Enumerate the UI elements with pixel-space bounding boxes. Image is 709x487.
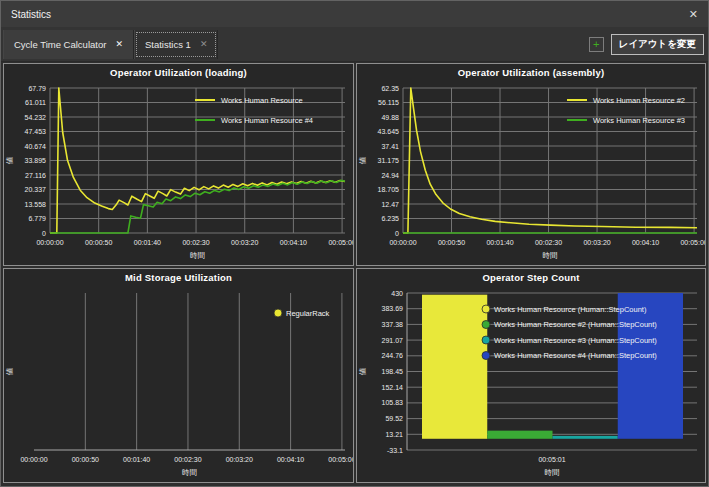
svg-text:値: 値 [5, 156, 14, 164]
svg-text:00:00:50: 00:00:50 [438, 239, 465, 246]
tab-cycle-time-calculator[interactable]: Cycle Time Calculator ✕ [3, 30, 134, 59]
svg-text:00:04:10: 00:04:10 [277, 456, 304, 463]
chart-svg: 430383.69337.38291.07244.76198.45152.141… [357, 286, 705, 482]
panel-operator-step-count: Operator Step Count 430383.69337.38291.0… [356, 268, 706, 483]
plus-icon: + [593, 39, 599, 50]
svg-text:Works Human Resource #4 (Human: Works Human Resource #4 (Human::StepCoun… [494, 351, 657, 360]
svg-text:00:05:00: 00:05:00 [680, 239, 705, 246]
svg-text:67.79: 67.79 [28, 85, 46, 92]
svg-text:198.45: 198.45 [382, 368, 404, 375]
panel-operator-utilization-assembly: Operator Utilization (assembly) 62.3556.… [356, 63, 706, 266]
svg-text:00:00:50: 00:00:50 [85, 239, 112, 246]
svg-text:Works Human Resource (Human::S: Works Human Resource (Human::StepCount) [494, 305, 647, 314]
svg-text:00:02:30: 00:02:30 [182, 239, 209, 246]
tab-bar: Cycle Time Calculator ✕ Statistics 1 ✕ +… [1, 27, 708, 62]
svg-text:6.235: 6.235 [381, 215, 399, 222]
svg-text:00:00:00: 00:00:00 [20, 456, 47, 463]
svg-text:00:05:00: 00:05:00 [328, 239, 353, 246]
tab-close-icon[interactable]: ✕ [115, 39, 123, 49]
svg-text:56.115: 56.115 [378, 99, 399, 106]
svg-text:37.41: 37.41 [381, 143, 399, 150]
svg-text:値: 値 [358, 367, 367, 375]
svg-text:291.07: 291.07 [382, 337, 404, 344]
svg-text:Works Human Resource #3: Works Human Resource #3 [593, 116, 685, 125]
svg-text:00:01:40: 00:01:40 [486, 239, 513, 246]
svg-text:24.94: 24.94 [381, 172, 399, 179]
svg-text:18.705: 18.705 [378, 186, 400, 193]
svg-text:Works Human Resource #3 (Human: Works Human Resource #3 (Human::StepCoun… [494, 336, 657, 345]
svg-text:Works Human Resource: Works Human Resource [221, 96, 303, 105]
svg-text:00:02:30: 00:02:30 [535, 239, 562, 246]
svg-text:61.011: 61.011 [25, 99, 46, 106]
window-close-icon[interactable]: ✕ [689, 9, 698, 20]
svg-text:00:00:00: 00:00:00 [389, 239, 416, 246]
svg-text:Works Human Resource #4: Works Human Resource #4 [221, 116, 313, 125]
chart-operator-utilization-loading: 67.7961.01154.23247.45340.67433.89527.11… [4, 81, 353, 265]
svg-text:0: 0 [42, 230, 46, 237]
svg-text:13.558: 13.558 [25, 201, 47, 208]
svg-text:20.337: 20.337 [25, 186, 47, 193]
svg-text:244.76: 244.76 [382, 352, 404, 359]
svg-text:47.453: 47.453 [25, 128, 47, 135]
svg-text:時間: 時間 [545, 468, 560, 477]
svg-text:62.35: 62.35 [381, 85, 399, 92]
svg-text:00:03:20: 00:03:20 [226, 456, 253, 463]
svg-text:33.895: 33.895 [25, 157, 47, 164]
svg-text:時間: 時間 [543, 251, 558, 260]
svg-text:00:04:10: 00:04:10 [280, 239, 307, 246]
svg-text:00:02:30: 00:02:30 [174, 456, 201, 463]
svg-text:43.645: 43.645 [378, 128, 400, 135]
svg-text:00:00:00: 00:00:00 [36, 239, 63, 246]
svg-text:430: 430 [391, 290, 403, 297]
svg-text:6.779: 6.779 [28, 215, 46, 222]
svg-text:27.116: 27.116 [25, 172, 46, 179]
svg-text:時間: 時間 [182, 468, 197, 477]
svg-text:54.232: 54.232 [25, 114, 47, 121]
svg-text:00:01:40: 00:01:40 [123, 456, 150, 463]
chart-svg: 00:00:0000:00:5000:01:4000:02:3000:03:20… [4, 286, 353, 482]
svg-text:-33.1: -33.1 [387, 447, 403, 454]
svg-text:40.674: 40.674 [25, 143, 47, 150]
tab-statistics-1[interactable]: Statistics 1 ✕ [134, 30, 218, 59]
chart-title: Operator Utilization (loading) [4, 64, 353, 81]
svg-text:00:01:40: 00:01:40 [134, 239, 161, 246]
svg-text:Works Human Resource #2 (Human: Works Human Resource #2 (Human::StepCoun… [494, 320, 657, 329]
add-statistics-button[interactable]: + [589, 37, 604, 52]
tab-close-icon[interactable]: ✕ [200, 39, 208, 49]
change-layout-button[interactable]: レイアウトを変更 [611, 34, 704, 55]
chart-svg: 67.7961.01154.23247.45340.67433.89527.11… [4, 81, 353, 265]
svg-text:Works Human Resource #2: Works Human Resource #2 [593, 96, 685, 105]
svg-text:00:00:50: 00:00:50 [72, 456, 99, 463]
title-bar: Statistics ✕ [1, 1, 708, 27]
svg-text:00:04:10: 00:04:10 [632, 239, 659, 246]
svg-text:00:03:20: 00:03:20 [583, 239, 610, 246]
svg-text:00:05:01: 00:05:01 [538, 456, 565, 463]
svg-text:値: 値 [5, 367, 14, 375]
tab-label: Cycle Time Calculator [14, 39, 106, 50]
svg-text:105.83: 105.83 [382, 399, 404, 406]
panel-operator-utilization-loading: Operator Utilization (loading) 67.7961.0… [3, 63, 354, 266]
chart-title: Mid Storage Utilization [4, 269, 353, 286]
svg-text:00:03:20: 00:03:20 [231, 239, 258, 246]
svg-text:59.52: 59.52 [385, 415, 403, 422]
tab-label: Statistics 1 [145, 39, 191, 50]
svg-text:0: 0 [395, 230, 399, 237]
svg-text:49.88: 49.88 [381, 114, 399, 121]
chart-title: Operator Step Count [357, 269, 705, 286]
svg-text:31.175: 31.175 [378, 157, 400, 164]
svg-text:値: 値 [358, 156, 367, 164]
chart-operator-step-count: 430383.69337.38291.07244.76198.45152.141… [357, 286, 705, 482]
svg-text:152.14: 152.14 [382, 384, 404, 391]
svg-text:383.69: 383.69 [382, 305, 404, 312]
svg-text:12.47: 12.47 [381, 201, 399, 208]
statistics-window: { "window": { "title": "Statistics", "cl… [0, 0, 709, 487]
svg-text:時間: 時間 [190, 251, 205, 260]
panel-mid-storage-utilization: Mid Storage Utilization 00:00:0000:00:50… [3, 268, 354, 483]
svg-text:337.38: 337.38 [382, 321, 404, 328]
chart-svg: 62.3556.11549.8843.64537.4131.17524.9418… [357, 81, 705, 265]
chart-grid: Operator Utilization (loading) 67.7961.0… [3, 63, 706, 483]
svg-text:RegularRack: RegularRack [286, 309, 330, 318]
chart-mid-storage-utilization: 00:00:0000:00:5000:01:4000:02:3000:03:20… [4, 286, 353, 482]
svg-text:00:05:00: 00:05:00 [328, 456, 353, 463]
chart-title: Operator Utilization (assembly) [357, 64, 705, 81]
